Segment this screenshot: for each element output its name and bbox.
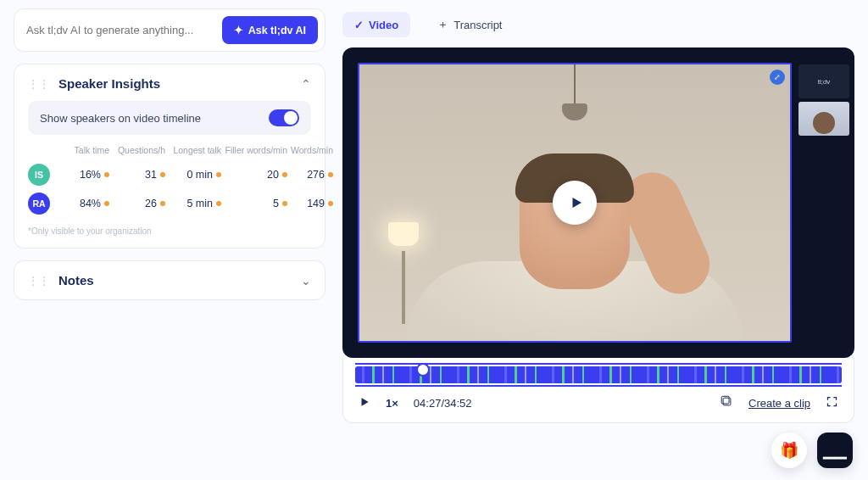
speaker-graphic (407, 142, 743, 341)
avatar: RA (28, 193, 50, 215)
create-clip-link[interactable]: Create a clip (748, 397, 810, 410)
tab-transcript[interactable]: ＋ Transcript (426, 12, 514, 37)
ceiling-light-graphic (574, 64, 576, 105)
clip-icon (721, 395, 733, 410)
avatar: IS (28, 164, 50, 186)
speaker-insights-title: Speaker Insights (58, 76, 292, 91)
chat-fab[interactable]: ▁▁ (817, 433, 853, 468)
tab-video[interactable]: ✓ Video (342, 12, 410, 37)
plus-icon: ＋ (437, 17, 448, 32)
insights-footnote: *Only visible to your organization (28, 226, 311, 236)
dot-icon (328, 201, 333, 206)
check-icon: ✓ (354, 19, 364, 31)
col-talk-time: Talk time (64, 145, 109, 155)
chevron-up-icon: ⌃ (301, 77, 311, 91)
svg-rect-0 (723, 398, 731, 405)
speaker-insights-card: ⋮⋮ Speaker Insights ⌃ Show speakers on v… (14, 64, 326, 248)
speaker-stats-header: Talk time Questions/h Longest talk Fille… (28, 145, 311, 155)
sparkle-icon: ✦ (234, 24, 243, 36)
drag-handle-icon[interactable]: ⋮⋮ (28, 78, 50, 90)
player-controls: 1× 04:27/34:52 Create a clip (343, 387, 854, 422)
drag-handle-icon[interactable]: ⋮⋮ (28, 275, 50, 287)
ask-ai-bar: ✦ Ask tl;dv AI (14, 8, 326, 52)
pip-tile[interactable]: tl;dv (798, 64, 849, 98)
play-button[interactable] (359, 396, 370, 410)
ask-ai-input[interactable] (21, 19, 215, 42)
tab-transcript-label: Transcript (453, 19, 502, 31)
time-display: 04:27/34:52 (414, 397, 472, 410)
ask-ai-button[interactable]: ✦ Ask tl;dv AI (222, 16, 318, 44)
tab-video-label: Video (369, 19, 398, 31)
show-speakers-toggle[interactable] (269, 109, 299, 126)
gift-icon: 🎁 (780, 441, 798, 460)
dot-icon (328, 172, 333, 177)
notes-card: ⋮⋮ Notes ⌄ (14, 260, 326, 300)
timeline-scrubber[interactable] (416, 363, 430, 377)
timeline-area: 1× 04:27/34:52 Create a clip (342, 358, 854, 423)
show-speakers-label: Show speakers on video timeline (40, 112, 201, 125)
chat-icon: ▁▁ (823, 441, 847, 460)
pip-column: tl;dv (798, 63, 849, 343)
video-timeline[interactable] (355, 366, 842, 383)
fullscreen-icon[interactable] (826, 395, 838, 410)
table-row: RA 84% 26 5 min 5 149 (28, 189, 311, 218)
content-tabs: ✓ Video ＋ Transcript (342, 8, 854, 41)
col-longest-talk: Longest talk (165, 145, 221, 155)
playback-speed[interactable]: 1× (386, 397, 398, 410)
pip-tile[interactable] (798, 102, 849, 136)
ask-ai-button-label: Ask tl;dv AI (248, 25, 306, 36)
speaker-insights-header[interactable]: ⋮⋮ Speaker Insights ⌃ (28, 76, 311, 91)
notes-header[interactable]: ⋮⋮ Notes ⌄ (28, 273, 311, 287)
svg-rect-1 (721, 396, 729, 404)
table-row: IS 16% 31 0 min 20 276 (28, 160, 311, 189)
gift-fab[interactable]: 🎁 (771, 433, 807, 468)
col-words: Words/min (287, 145, 333, 155)
show-speakers-toggle-row: Show speakers on video timeline (28, 101, 311, 135)
speaker-stats-table: Talk time Questions/h Longest talk Fille… (28, 145, 311, 236)
col-questions: Questions/h (109, 145, 165, 155)
col-filler: Filler words/min (221, 145, 287, 155)
video-player-shell: ⤢ tl;dv (342, 47, 854, 358)
notes-title: Notes (58, 273, 292, 287)
chevron-down-icon: ⌄ (301, 274, 311, 287)
video-main-frame[interactable]: ⤢ (358, 63, 792, 343)
expand-icon[interactable]: ⤢ (770, 70, 785, 85)
play-overlay-button[interactable] (553, 181, 597, 225)
